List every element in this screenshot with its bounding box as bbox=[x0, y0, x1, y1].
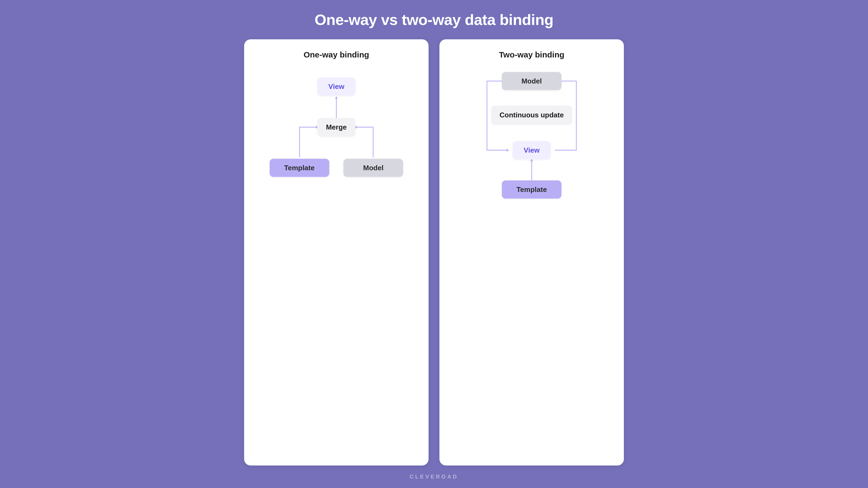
panels-row: One-way binding View Merge Template Mode… bbox=[244, 39, 624, 465]
diagram-one-way: View Merge Template Model bbox=[252, 67, 421, 203]
panel-one-way-title: One-way binding bbox=[252, 50, 421, 59]
node-view-2: View bbox=[513, 141, 551, 159]
node-update: Continuous update bbox=[492, 106, 572, 124]
node-model: Model bbox=[343, 159, 403, 177]
node-template: Template bbox=[270, 159, 329, 177]
node-view: View bbox=[317, 77, 355, 96]
brand-footer: CLEVEROAD bbox=[410, 474, 458, 480]
node-template-2: Template bbox=[502, 181, 561, 199]
diagram-two-way: Model Continuous update View Template bbox=[447, 67, 616, 203]
panel-one-way: One-way binding View Merge Template Mode… bbox=[244, 39, 429, 465]
page-title: One-way vs two-way data binding bbox=[315, 11, 554, 29]
panel-two-way: Two-way binding Model Continuous update … bbox=[439, 39, 624, 465]
node-merge: Merge bbox=[317, 118, 355, 136]
node-model-2: Model bbox=[502, 72, 561, 90]
panel-two-way-title: Two-way binding bbox=[447, 50, 616, 59]
